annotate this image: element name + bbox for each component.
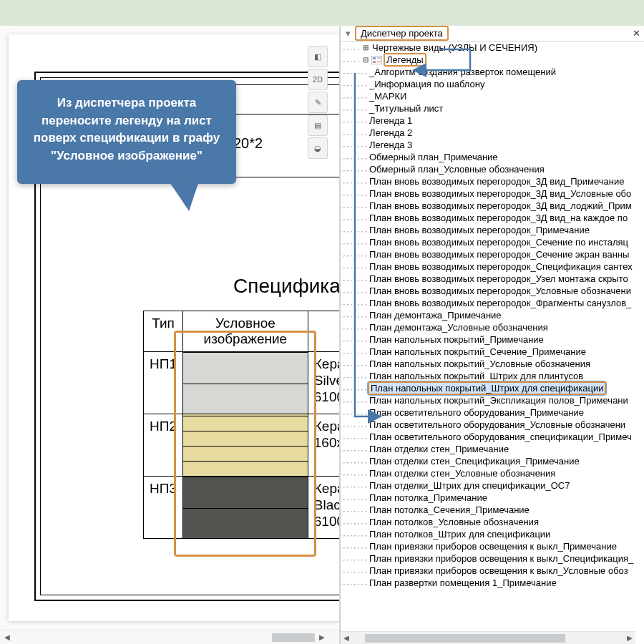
panel-header[interactable]: ▾ Диспетчер проекта ✕ xyxy=(341,26,644,42)
tree-item[interactable]: Обмерный план_Условные обозначения xyxy=(341,163,635,175)
tree-item[interactable]: План вновь возводимых перегородок_Условн… xyxy=(341,285,635,297)
tool-button[interactable]: ▤ xyxy=(308,114,328,136)
tree-item[interactable]: План напольных покрытий_Условные обознач… xyxy=(341,358,635,370)
tree-item[interactable]: Обмерный план_Примечание xyxy=(341,151,635,163)
specification-block: Спецификаци Тип Условное изображение О Н… xyxy=(143,265,339,539)
tree-item[interactable]: План потолков_Условные обозначения xyxy=(341,516,635,528)
hatch-gray-icon xyxy=(183,352,308,414)
tree-item[interactable]: План демонтажа_Примечание xyxy=(341,309,635,321)
view-toolbar: ◧ 2D ✎ ▤ ◒ xyxy=(308,44,333,160)
scroll-left-icon: ◄ xyxy=(341,633,352,643)
tree-item[interactable]: План напольных покрытий_Сечение_Примечан… xyxy=(341,346,635,358)
tree-item[interactable]: Легенда 2 xyxy=(341,127,635,139)
tree-item[interactable]: План вновь возводимых перегородок_3Д вид… xyxy=(341,175,635,187)
tree-item[interactable]: План привязки приборов освещения к выкл_… xyxy=(341,540,635,552)
hatch-dark-icon xyxy=(183,477,308,538)
svg-rect-1 xyxy=(373,57,376,59)
tree-item[interactable]: План напольных покрытий_Штрих для специф… xyxy=(341,382,635,394)
tree-item[interactable]: План потолка_Сечения_Примечание xyxy=(341,504,635,516)
tool-button[interactable]: ◧ xyxy=(308,46,328,67)
tree-item[interactable]: План вновь возводимых перегородок_Примеч… xyxy=(341,224,635,236)
tree-item[interactable]: План вновь возводимых перегородок_Фрагме… xyxy=(341,297,635,309)
tree-item[interactable]: План вновь возводимых перегородок_Узел м… xyxy=(341,273,635,285)
collapse-icon: ⊟ xyxy=(361,55,371,65)
tree-item[interactable]: _МАРКИ xyxy=(341,90,635,102)
tree-item[interactable]: План осветительного оборудования_специфи… xyxy=(341,431,635,443)
tree-item[interactable]: План вновь возводимых перегородок_Специф… xyxy=(341,260,635,273)
tree-item[interactable]: План потолков_Штрих для спецификации xyxy=(341,528,635,540)
grip-icon[interactable]: ▾ xyxy=(341,28,355,39)
scroll-thumb[interactable] xyxy=(365,634,565,643)
project-browser-panel: ▾ Диспетчер проекта ✕ ⊞ Чертежные виды (… xyxy=(340,26,644,644)
tree-item[interactable]: План вновь возводимых перегородок_3Д вид… xyxy=(341,200,635,212)
col-type: Тип xyxy=(144,311,183,352)
tree-item[interactable]: План отделки стен_Спецификация_Примечани… xyxy=(341,455,635,467)
tool-button[interactable]: ✎ xyxy=(308,92,328,113)
tree-item[interactable]: План вновь возводимых перегородок_3Д вид… xyxy=(341,187,635,200)
tree-item[interactable]: Легенда 1 xyxy=(341,114,635,127)
tool-button[interactable]: 2D xyxy=(308,69,328,90)
app-top-strip xyxy=(0,0,644,26)
col-desc: О xyxy=(308,311,339,352)
tree-item[interactable]: План отделки стен_Условные обозначения xyxy=(341,467,635,479)
tree-item[interactable]: План осветительного оборудования_Условны… xyxy=(341,419,635,431)
tree-item[interactable]: План привязки приборов освещения к выкл_… xyxy=(341,565,635,577)
scroll-thumb[interactable] xyxy=(272,633,315,642)
tree-item[interactable]: План вновь возводимых перегородок_3Д вид… xyxy=(341,212,635,224)
tree-item[interactable]: _Информация по шаблону xyxy=(341,78,635,90)
scroll-right-icon: ► xyxy=(315,632,329,643)
tree-item[interactable]: План демонтажа_Условные обозначения xyxy=(341,321,635,333)
hatch-yellow-icon xyxy=(183,414,308,476)
tree-item[interactable]: Легенда 3 xyxy=(341,139,635,151)
tree-item[interactable]: План привязки приборов освещения к выкл_… xyxy=(341,552,635,565)
tree-item[interactable]: _Алгоритм создания разверток помещений xyxy=(341,66,635,78)
scroll-left-icon: ◄ xyxy=(0,632,14,643)
spec-heading: Спецификаци xyxy=(233,275,339,298)
tree-item[interactable]: План потолка_Примечание xyxy=(341,492,635,504)
scroll-right-icon: ► xyxy=(624,633,635,643)
tree-item[interactable]: План вновь возводимых перегородок_Сечени… xyxy=(341,248,635,260)
svg-rect-0 xyxy=(371,56,382,64)
panel-horizontal-scrollbar[interactable]: ◄ ► xyxy=(341,631,635,644)
table-row: НП1 КерамограSilver 80x861001000164 xyxy=(144,352,340,414)
tree-item[interactable]: План отделки_Штрих для спецификации_OC7 xyxy=(341,479,635,492)
tree-item[interactable]: План напольных покрытий_Примечание xyxy=(341,333,635,346)
tree-item[interactable]: План напольных покрытий_Штрих для плинту… xyxy=(341,370,635,382)
close-icon[interactable]: ✕ xyxy=(628,28,644,39)
table-row: НП2 Керамогра160x20 арт xyxy=(144,414,340,477)
tree-item[interactable]: План развертки помещения 1_Примечание xyxy=(341,577,635,589)
tree-item[interactable]: План осветительного оборудования_Примеча… xyxy=(341,406,635,419)
tree-node-views[interactable]: ⊞ Чертежные виды (УЗЛЫ И СЕЧЕНИЯ) xyxy=(341,42,635,54)
instruction-callout: Из диспетчера проекта переносите легенду… xyxy=(17,80,236,184)
tree-item[interactable]: План напольных покрытий_Экспликация поло… xyxy=(341,394,635,406)
tree-item[interactable]: _Титульный лист xyxy=(341,102,635,114)
tool-button[interactable]: ◒ xyxy=(308,137,328,159)
tree-item[interactable]: План вновь возводимых перегородок_Сечени… xyxy=(341,236,635,248)
legend-icon xyxy=(371,55,382,65)
horizontal-scrollbar[interactable]: ◄ ► xyxy=(0,630,339,644)
expand-icon: ⊞ xyxy=(361,43,371,53)
panel-title: Диспетчер проекта xyxy=(355,26,449,41)
svg-rect-2 xyxy=(373,61,376,63)
tree-node-legends[interactable]: ⊟ Легенды xyxy=(341,54,635,66)
tree-view[interactable]: ⊞ Чертежные виды (УЗЛЫ И СЕЧЕНИЯ) ⊟ Леге… xyxy=(341,42,635,631)
tree-item[interactable]: План отделки стен_Примечание xyxy=(341,443,635,455)
col-image: Условное изображение xyxy=(182,311,308,352)
table-row: НП3 КерамограBlack 80x861001000164 xyxy=(144,477,340,539)
